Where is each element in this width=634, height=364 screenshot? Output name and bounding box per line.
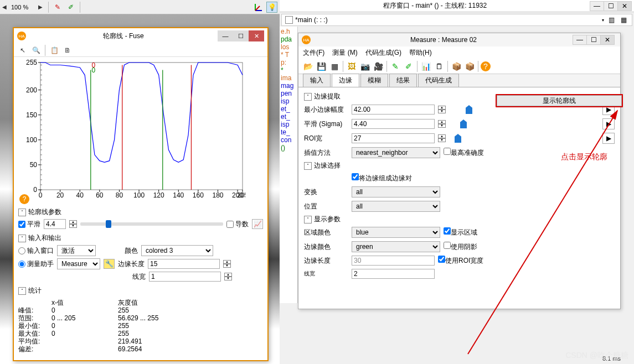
- close-button[interactable]: ✕: [617, 1, 632, 11]
- menu-codegen[interactable]: 代码生成(G): [365, 48, 401, 58]
- max-accuracy-checkbox[interactable]: 最高准确度: [444, 148, 484, 158]
- tab-input[interactable]: 输入: [303, 74, 331, 87]
- tab-blur[interactable]: 模糊: [360, 74, 388, 87]
- menu-help[interactable]: 帮助(H): [409, 48, 432, 58]
- svg-text:20: 20: [56, 191, 64, 199]
- arrow-left-icon[interactable]: ◀: [2, 4, 9, 10]
- measure-assist-radio[interactable]: 测量助手: [18, 259, 54, 269]
- min-amp-input[interactable]: [352, 105, 435, 115]
- menu-file[interactable]: 文件(F): [303, 48, 324, 58]
- smooth-spinner[interactable]: ▲▼: [69, 220, 77, 228]
- line-width-input2[interactable]: [352, 269, 435, 279]
- bulb-icon[interactable]: 💡: [266, 2, 277, 13]
- region-color-select[interactable]: blue: [352, 227, 440, 238]
- color-select[interactable]: colored 3: [141, 245, 213, 256]
- svg-text:255: 255: [26, 60, 37, 66]
- caret-icon[interactable]: ˄: [304, 93, 312, 101]
- zoom-icon[interactable]: 🔍: [30, 45, 42, 56]
- sigma-input[interactable]: [352, 119, 435, 129]
- edge-color-select[interactable]: green: [352, 241, 440, 252]
- measure-select[interactable]: Measure 02: [57, 258, 100, 269]
- image-icon[interactable]: 🖼: [346, 60, 358, 72]
- arrow-right-icon[interactable]: ▶: [38, 4, 45, 10]
- min-amp-spinner[interactable]: ▲▼: [438, 106, 446, 113]
- derivative-checkbox[interactable]: 导数: [226, 220, 249, 229]
- roi-width-input[interactable]: [352, 133, 435, 143]
- maximize-button[interactable]: ☐: [586, 35, 601, 45]
- cursor-icon[interactable]: ↖: [17, 45, 28, 56]
- edge-length-input[interactable]: [148, 259, 220, 269]
- transform-select[interactable]: all: [352, 186, 440, 197]
- svg-text:0: 0: [92, 66, 96, 74]
- show-region-checkbox[interactable]: 显示区域: [444, 227, 477, 237]
- position-select[interactable]: all: [352, 201, 440, 212]
- pen-red-icon[interactable]: ✐: [403, 60, 415, 72]
- slider-marker-icon[interactable]: [460, 119, 467, 128]
- video-icon[interactable]: 🎥: [372, 60, 384, 72]
- line-width-spinner[interactable]: ▲▼: [224, 273, 232, 280]
- file-tab[interactable]: *main (: : :): [295, 16, 328, 24]
- open-icon[interactable]: 📂: [302, 60, 314, 72]
- smooth-checkbox[interactable]: 平滑: [18, 220, 40, 229]
- camera-icon[interactable]: 📷: [359, 60, 371, 72]
- minimize-button[interactable]: —: [573, 35, 587, 45]
- activate-select[interactable]: 激活: [57, 245, 96, 256]
- menu-measure[interactable]: 测量 (M): [332, 48, 357, 58]
- maximize-button[interactable]: ☐: [233, 30, 249, 41]
- caret-icon[interactable]: ˄: [304, 216, 312, 223]
- smooth-slider[interactable]: [80, 222, 223, 226]
- smooth-value-input[interactable]: [44, 219, 66, 229]
- chart-icon[interactable]: 📊: [420, 60, 432, 72]
- panel-icon[interactable]: ▦: [618, 15, 628, 25]
- list-icon[interactable]: 🗒: [433, 60, 445, 72]
- save-icon[interactable]: 💾: [315, 60, 327, 72]
- caret-icon[interactable]: ˄: [18, 287, 26, 295]
- pair-checkbox[interactable]: 将边缘组成边缘对: [352, 173, 412, 183]
- layout-icon[interactable]: ▥: [606, 15, 616, 25]
- pen-green-icon[interactable]: ✎: [389, 60, 401, 72]
- action-icon[interactable]: ▶: [602, 118, 615, 129]
- tool-brush-icon[interactable]: ✐: [65, 2, 76, 13]
- roi-width-spinner[interactable]: ▲▼: [438, 134, 446, 142]
- svg-text:50: 50: [30, 161, 38, 169]
- group-display-params: 显示参数: [314, 215, 341, 224]
- minimize-button[interactable]: —: [218, 30, 233, 41]
- caret-icon[interactable]: ˄: [18, 235, 26, 242]
- help-icon[interactable]: ?: [19, 194, 29, 204]
- tab-result[interactable]: 结果: [389, 74, 417, 87]
- doc-icon[interactable]: 🗎: [62, 45, 73, 56]
- zoom-level[interactable]: 100 %: [11, 4, 36, 11]
- input-window-radio[interactable]: 输入窗口: [18, 246, 54, 256]
- slider-marker-icon[interactable]: [466, 105, 472, 114]
- copy-icon[interactable]: 📋: [49, 45, 60, 56]
- tab-edge[interactable]: 边缘: [332, 74, 359, 87]
- box1-icon[interactable]: 📦: [450, 60, 462, 72]
- use-shadow-checkbox[interactable]: 使用阴影: [444, 242, 477, 252]
- edge-length-input2[interactable]: [352, 256, 435, 266]
- action-icon[interactable]: ▶: [602, 133, 615, 144]
- grid-icon[interactable]: ▦: [328, 60, 341, 72]
- edge-length-spinner[interactable]: ▲▼: [223, 260, 231, 268]
- close-button[interactable]: ✕: [249, 30, 264, 41]
- use-roi-width-checkbox[interactable]: 使用ROI宽度: [438, 256, 483, 266]
- show-profile-button[interactable]: 显示轮廓线: [497, 95, 622, 106]
- caret-icon[interactable]: ˄: [18, 209, 26, 216]
- maximize-button[interactable]: ☐: [604, 1, 618, 11]
- chevron-down-icon[interactable]: ▾: [602, 18, 604, 23]
- minimize-button[interactable]: —: [590, 1, 604, 11]
- box2-icon[interactable]: 📦: [463, 60, 476, 72]
- interp-select[interactable]: nearest_neighbor: [352, 147, 440, 158]
- caret-icon[interactable]: ˄: [304, 162, 312, 170]
- sigma-spinner[interactable]: ▲▼: [438, 120, 446, 128]
- go-measure-icon[interactable]: 🔧: [104, 259, 115, 269]
- axes-icon[interactable]: [253, 2, 264, 13]
- slider-marker-icon[interactable]: [455, 134, 461, 143]
- app-logo-icon: HA: [17, 32, 26, 40]
- svg-text:100: 100: [26, 136, 37, 144]
- tool-pencil-icon[interactable]: ✎: [52, 2, 63, 13]
- line-width-input[interactable]: [149, 272, 221, 282]
- help-icon[interactable]: ?: [481, 61, 491, 71]
- tab-code[interactable]: 代码生成: [418, 74, 459, 87]
- close-button[interactable]: ✕: [600, 35, 615, 45]
- chart-reset-icon[interactable]: 📈: [252, 219, 263, 229]
